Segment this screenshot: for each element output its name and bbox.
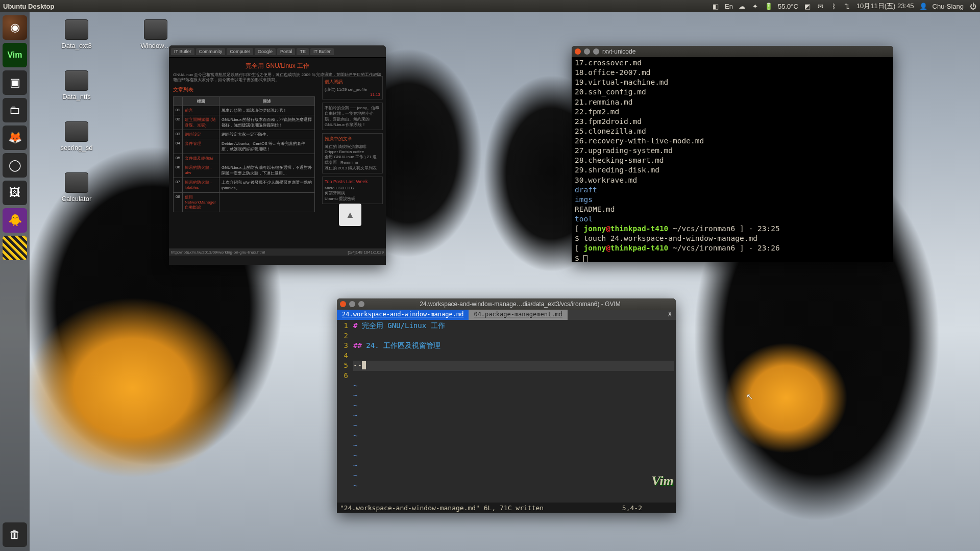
terminal-output[interactable]: 17.crossover.md 18.office-2007.md 19.vir…: [572, 57, 893, 262]
close-icon[interactable]: [575, 48, 581, 55]
table-row[interactable]: 04套件管理Debian/Ubuntu、CentOS 等…有著完善的套件庫，就讓…: [174, 139, 315, 154]
editor-area[interactable]: 123456 # 完全用 GNU/Linux 工作 ## 24. 工作區及視窗管…: [337, 320, 676, 503]
md-h2-prefix: ##: [353, 341, 366, 349]
table-row[interactable]: 07簡易的防火牆 - iptables上次介紹完 ufw 後發現不少人想學習更進…: [174, 178, 315, 192]
back-to-top-button[interactable]: ▲: [339, 204, 361, 226]
browser-tab[interactable]: Computer: [227, 48, 253, 55]
browser-tab[interactable]: TE: [297, 48, 309, 55]
list-item[interactable]: 何謂牙周病: [325, 190, 380, 196]
launcher-pidgin[interactable]: 🐥: [3, 208, 27, 233]
top-panel: Ubuntu Desktop ◧ En ☁ ✦ 🔋 55.0°C ◩ ✉ ᛒ ⇅…: [0, 0, 980, 12]
dash-button[interactable]: ◉: [3, 15, 27, 40]
launcher-firefox[interactable]: 🦊: [3, 126, 27, 150]
desktop-icon-secring[interactable]: secring_sd: [54, 121, 100, 152]
status-dimensions: [1/4]148 1041x1029: [348, 250, 384, 255]
browser-tab-bar: IT Butler Community Computer Google Port…: [169, 45, 386, 58]
close-icon[interactable]: [340, 301, 346, 307]
launcher-trash[interactable]: 🗑: [3, 522, 27, 547]
tab-close-icon[interactable]: X: [664, 310, 676, 320]
browser-viewport[interactable]: 完全用 GNU/Linux 工作 GNU/Linux 至今已相當成熟並足以應付日…: [169, 58, 386, 248]
browser-tab[interactable]: Portal: [277, 48, 296, 55]
list-item[interactable]: Ubuntu 重設密碼: [325, 196, 380, 202]
article-list-table: 標題簡述 01前言萬事起頭難，就讓凍仁從頭說起吧！ 02建立開機媒體 (隨身碟、…: [173, 96, 315, 212]
bluetooth-icon[interactable]: ᛒ: [830, 2, 838, 10]
desktop-icon-calculator[interactable]: Calculator: [54, 172, 100, 203]
browser-tab[interactable]: IT Butler: [310, 48, 334, 55]
network-icon[interactable]: ⇅: [843, 2, 851, 10]
sidebar-heading: 推廣中的文章: [325, 136, 380, 142]
md-h1-prefix: #: [353, 321, 362, 330]
col-title: 標題: [183, 96, 219, 106]
file-line: 20.ssh_config.md: [575, 87, 890, 97]
browser-tab[interactable]: IT Butler: [171, 48, 194, 55]
launcher-image-viewer[interactable]: 🖼: [3, 181, 27, 205]
maximize-icon[interactable]: [593, 48, 599, 55]
launcher-files[interactable]: 🗀: [3, 98, 27, 122]
list-item[interactable]: 全用 GNU/Linux 工作 ) 21 遠端桌面 - Remmina: [325, 154, 380, 165]
tab-inactive[interactable]: 04.package-management.md: [469, 310, 567, 320]
browser-tab[interactable]: Google: [255, 48, 276, 55]
temperature-indicator[interactable]: 55.0°C: [778, 3, 798, 10]
desktop-icon-label: Calculator: [62, 195, 92, 203]
keyboard-layout-indicator[interactable]: En: [725, 3, 733, 10]
desktop-icon-data-ntfs[interactable]: Data_ntfs: [54, 70, 100, 101]
page-title: 完全用 GNU/Linux 工作: [173, 60, 382, 72]
launcher-vim[interactable]: Vim: [3, 43, 27, 67]
list-item[interactable]: 凍仁的 滴彼特沙龍咖啡 Dripper Barista coffee: [325, 144, 380, 154]
drive-icon: [65, 70, 88, 91]
table-row[interactable]: 08使用 NetworkManager 自動斷線: [174, 192, 315, 212]
launcher-terminal[interactable]: ▣: [3, 70, 27, 95]
indicator-icon[interactable]: ◩: [803, 2, 812, 10]
table-row[interactable]: 02建立開機媒體 (隨身碟、光碟)GNU/Linux 的發行版本百百種，不管您想…: [174, 115, 315, 130]
window-titlebar[interactable]: rxvt-unicode: [572, 46, 893, 57]
weather-icon[interactable]: ☁: [738, 2, 746, 10]
window-titlebar[interactable]: 24.workspace-and-window-manage…dia/data_…: [337, 298, 676, 310]
user-name[interactable]: Chu-Siang: [933, 3, 964, 10]
file-line: 29.shreding-disk.md: [575, 165, 890, 175]
sidebar-text: (凍仁) 11/29 set_profile: [325, 87, 380, 92]
launcher-workspace[interactable]: [3, 236, 27, 260]
launcher-chrome[interactable]: ◯: [3, 153, 27, 178]
file-line: 18.office-2007.md: [575, 68, 890, 78]
gvim-statusbar: "24.workspace-and-window-manage.md" 6L, …: [337, 503, 676, 513]
battery-icon[interactable]: 🔋: [765, 2, 773, 10]
desktop-icon-label: Data_ext3: [61, 42, 91, 49]
table-row[interactable]: 06簡易的防火牆 - ufwGNU/Linux 上的防火牆可以有很多選擇，不過對…: [174, 163, 315, 178]
workrave-icon[interactable]: ◧: [712, 2, 720, 10]
cursor-position: 5,4-2: [622, 504, 642, 512]
terminal-window[interactable]: rxvt-unicode 17.crossover.md 18.office-2…: [572, 46, 893, 262]
drive-icon: [65, 121, 88, 142]
md-h2-text: 24. 工作區及視窗管理: [366, 341, 440, 349]
list-item[interactable]: 凍仁的 2013 鐵人賽文章列表: [325, 165, 380, 171]
browser-statusbar: http://note.drx.tw/2013/09/working-on-gn…: [169, 248, 386, 256]
dir-line: imgs: [575, 195, 890, 205]
system-tray: ◧ En ☁ ✦ 🔋 55.0°C ◩ ✉ ᛒ ⇅ 10月11日(五) 23:4…: [712, 2, 977, 11]
list-item[interactable]: Micro USB OTG: [325, 186, 380, 190]
gvim-window[interactable]: 24.workspace-and-window-manage…dia/data_…: [337, 298, 676, 513]
file-line: 26.recovery-with-live-mode.md: [575, 136, 890, 146]
tab-active[interactable]: 24.workspace-and-window-manage.md: [337, 310, 469, 320]
active-app-label: Ubuntu Desktop: [3, 3, 54, 10]
mail-icon[interactable]: ✉: [817, 2, 825, 10]
session-icon[interactable]: ⏻: [969, 2, 977, 10]
sidebar: 個人資訊 (凍仁) 11/29 set_profile 11:13 不怕冷的企鵝…: [322, 76, 383, 207]
unity-launcher: ◉ Vim ▣ 🗀 🦊 ◯ 🖼 🐥 🗑: [0, 12, 30, 551]
maximize-icon[interactable]: [358, 301, 364, 307]
minimize-icon[interactable]: [349, 301, 355, 307]
table-row[interactable]: 03網路設定網路設定大家一定不陌生。: [174, 130, 315, 139]
desktop-icon-data-ext3[interactable]: Data_ext3: [54, 19, 100, 49]
user-menu-icon[interactable]: 👤: [919, 2, 927, 10]
dropbox-icon[interactable]: ✦: [751, 2, 760, 10]
vim-logo-icon: Vim: [652, 471, 673, 491]
editor-content[interactable]: # 完全用 GNU/Linux 工作 ## 24. 工作區及視窗管理 -- ~~…: [351, 320, 676, 503]
minimize-icon[interactable]: [584, 48, 590, 55]
dir-line: draft: [575, 185, 890, 195]
browser-window[interactable]: IT Butler Community Computer Google Port…: [169, 45, 386, 265]
table-row[interactable]: 01前言萬事起頭難，就讓凍仁從頭說起吧！: [174, 106, 315, 115]
prompt-line: $: [575, 254, 890, 263]
prompt-line: [ jonny@thinkpad-t410 ~/vcs/ironman6 ] -…: [575, 243, 890, 253]
browser-tab[interactable]: Community: [196, 48, 226, 55]
table-row[interactable]: 05套件庫及鏡像站: [174, 154, 315, 163]
clock[interactable]: 10月11日(五) 23:45: [856, 2, 914, 11]
file-line: 19.virtual-machine.md: [575, 78, 890, 87]
